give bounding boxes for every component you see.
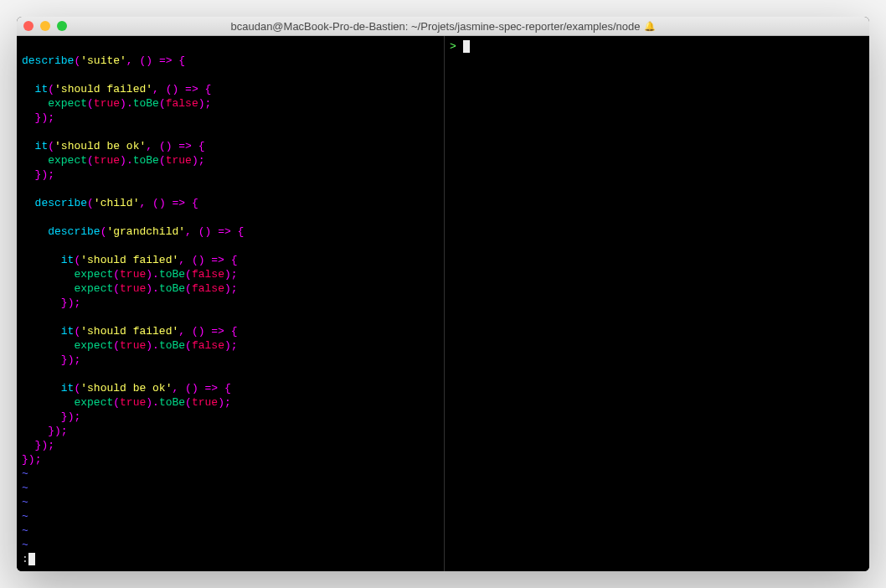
minimize-icon[interactable] [40,21,50,31]
vim-tilde: ~ [22,496,28,508]
close-icon[interactable] [23,21,33,31]
kw-it: it [35,83,49,95]
title-text: bcaudan@MacBook-Pro-de-Bastien: ~/Projet… [230,20,640,33]
vim-tilde: ~ [22,482,28,494]
split-panes: describe('suite', () => { it('should fai… [17,36,869,571]
brace: { [178,54,185,67]
vim-status: : [22,553,28,565]
bool-false: false [166,97,198,110]
vim-tilde: ~ [22,539,28,551]
window-title: bcaudan@MacBook-Pro-de-Bastien: ~/Projet… [17,20,869,33]
editor-pane[interactable]: describe('suite', () => { it('should fai… [17,36,445,571]
prompt: > [450,40,456,53]
vim-tilde: ~ [22,510,28,523]
titlebar: bcaudan@MacBook-Pro-de-Bastien: ~/Projet… [17,17,869,36]
str-child: 'child' [94,197,140,209]
shell-pane[interactable]: > [445,36,869,571]
parens: () [139,54,152,67]
meth-tobe: toBe [133,97,159,110]
comma: , [126,54,133,67]
window-controls [23,21,67,31]
bool-true: true [94,97,120,110]
zoom-icon[interactable] [57,21,67,31]
arrow: => [159,54,173,67]
str-suite: 'suite' [80,54,126,67]
cursor-icon [28,553,35,565]
meth-expect: expect [48,97,87,110]
str-grandchild: 'grandchild' [106,225,185,238]
str-should-be-ok: 'should be ok' [54,140,146,152]
cursor-icon [463,40,470,53]
kw-describe: describe [22,54,74,67]
terminal-window: bcaudan@MacBook-Pro-de-Bastien: ~/Projet… [17,17,869,571]
bell-icon: 🔔 [644,21,656,32]
vim-tilde: ~ [22,524,28,537]
vim-tilde: ~ [22,467,28,480]
str-should-failed: 'should failed' [54,83,152,95]
